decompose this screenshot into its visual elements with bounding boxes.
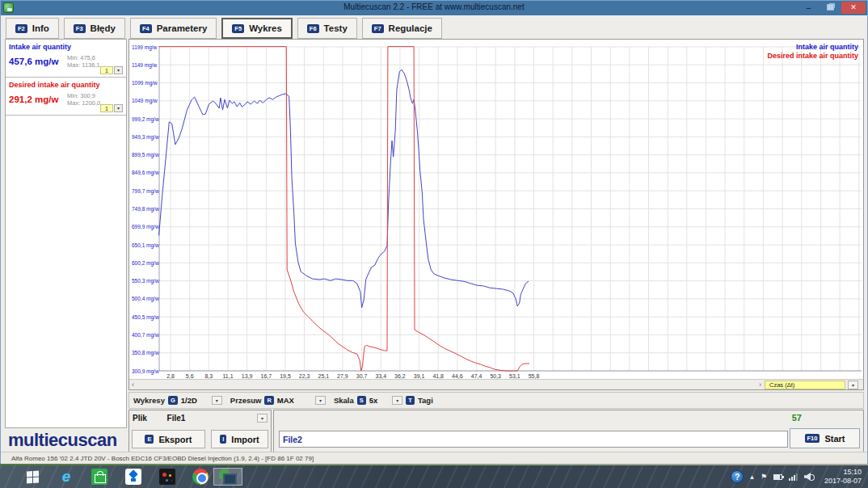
flag-icon[interactable]: ⚑ [761, 473, 767, 481]
taskbar-windows-store[interactable] [85, 468, 114, 486]
taskbar-internet-explorer[interactable]: e [52, 468, 81, 486]
taskbar-chrome[interactable] [186, 468, 215, 486]
taskbar-clock[interactable]: 15:10 2017-08-07 [824, 468, 862, 486]
parameter-panel-desired-intake-air-quantity[interactable]: Desired intake air quantity291,2 mg/wMin… [6, 78, 126, 116]
internet-explorer-icon: e [62, 469, 71, 484]
key-badge-g: G [168, 396, 178, 405]
tab-regulacje[interactable]: F7Regulacje [362, 18, 442, 39]
scroll-right-icon[interactable]: › [759, 380, 761, 389]
file1-selector[interactable]: File1 [167, 414, 186, 423]
multiecuscan-icon [219, 469, 237, 485]
x-axis-label: 11,1 [222, 373, 233, 379]
wykresy-value[interactable]: 1/2D [181, 396, 197, 405]
help-icon[interactable]: ? [731, 470, 744, 483]
x-axis-label: 5,6 [186, 373, 194, 379]
plik-label: Plik [133, 414, 147, 423]
taskbar-dropbox[interactable] [119, 468, 148, 486]
tab-parametery[interactable]: F4Parametery [130, 18, 217, 39]
key-badge-f6: F6 [307, 24, 319, 33]
battery-icon[interactable] [773, 474, 782, 480]
taskbar-photos-app[interactable] [153, 468, 182, 486]
parameter-panel-intake-air-quantity[interactable]: Intake air quantity457,6 mg/wMin: 475,6M… [6, 40, 126, 78]
y-axis-label: 300,9 mg/w [132, 368, 159, 375]
key-badge-f3: F3 [74, 24, 86, 33]
chevron-down-icon[interactable]: ▾ [257, 414, 268, 423]
taskbar-multiecuscan-active[interactable] [213, 468, 242, 486]
parameter-value: 291,2 mg/w [9, 95, 58, 104]
clock-time: 15:10 [824, 468, 862, 477]
x-axis-label: 47,4 [471, 373, 482, 379]
taskbar: e ? ▴ ⚑ 15:10 2017-08-07 [0, 465, 868, 488]
parameter-min-max: Min: 300,9Max: 1200,0 [67, 92, 100, 107]
app-logo: multiecuscan [8, 430, 117, 451]
chevron-down-icon[interactable]: ▾ [392, 396, 402, 405]
chevron-down-icon[interactable]: ▾ [212, 396, 222, 405]
title-bar: Multiecuscan 2.2 - FREE at www.multiecus… [1, 1, 867, 15]
tab-label: Testy [324, 23, 348, 33]
tray-chevron-icon[interactable]: ▴ [750, 473, 754, 481]
eksport-button[interactable]: E Eksport [132, 430, 205, 448]
restore-button[interactable] [820, 2, 841, 14]
import-button[interactable]: I Import [211, 430, 268, 448]
tab-b-dy[interactable]: F3Błędy [64, 18, 125, 39]
x-axis-label: 33,4 [375, 373, 386, 379]
dropbox-icon [125, 469, 141, 485]
y-axis-label: 1199 mg/w [132, 44, 158, 51]
chevron-down-icon[interactable]: ▾ [114, 104, 123, 112]
volume-icon[interactable] [804, 473, 815, 481]
chart-scrollbar[interactable]: ‹ › Czas (Δt) ▾ [129, 379, 863, 389]
przesuw-value[interactable]: MAX [277, 396, 294, 405]
przesuw-label: Przesuw [230, 396, 262, 405]
tab-label: Info [32, 23, 49, 33]
legend-item-intake-air-quantity: Intake air quantity [767, 43, 858, 52]
chevron-down-icon[interactable]: ▾ [114, 66, 123, 74]
taskbar-start-button[interactable] [18, 468, 47, 486]
x-axis-label: 22,3 [299, 373, 310, 379]
parameter-max: Max: 1136,1 [67, 61, 100, 69]
chart-legend: Intake air quantityDesired intake air qu… [767, 43, 858, 61]
tab-info[interactable]: F2Info [6, 18, 59, 39]
file1-panel: Plik File1 ▾ E Eksport I Import [129, 410, 272, 452]
chevron-down-icon[interactable]: ▾ [848, 381, 858, 389]
y-axis-label: 600,2 mg/w [132, 260, 159, 267]
chart-controls: Wykresy G 1/2D ▾ Przesuw R MAX ▾ Skala S… [129, 392, 864, 409]
chart-plot[interactable]: 1199 mg/w1149 mg/w1099 mg/w1049 mg/w999,… [129, 40, 863, 379]
legend-item-desired-intake-air-quantity: Desired intake air quantity [767, 52, 858, 61]
status-bar: Alfa Romeo 156 '02 2.4 JTD 20V - Bosch E… [1, 452, 867, 465]
tab-wykres[interactable]: F5Wykres [221, 18, 292, 39]
channel-value[interactable]: 1 [100, 66, 113, 74]
chevron-down-icon[interactable]: ▾ [315, 396, 326, 405]
y-axis-label: 799,7 mg/w [132, 188, 159, 195]
network-icon[interactable] [789, 473, 798, 481]
start-button[interactable]: F10 Start [790, 428, 860, 448]
clock-date: 2017-08-07 [824, 477, 862, 486]
skala-value[interactable]: 5x [369, 396, 378, 405]
scroll-left-icon[interactable]: ‹ [132, 380, 134, 389]
key-badge-s: S [357, 396, 366, 405]
photos-app-icon [159, 469, 175, 485]
sample-counter: 57 [792, 413, 802, 423]
y-axis-label: 949,3 mg/w [132, 134, 159, 141]
y-axis-label: 699,9 mg/w [132, 224, 159, 230]
minimize-button[interactable]: – [798, 2, 820, 14]
key-badge-f10: F10 [805, 434, 820, 443]
key-badge-f7: F7 [372, 24, 384, 33]
import-label: Import [231, 435, 259, 444]
windows-store-icon [91, 469, 107, 485]
y-axis-label: 899,5 mg/w [132, 152, 159, 158]
windows-logo-icon [27, 470, 39, 483]
y-axis-label: 749,8 mg/w [132, 206, 159, 212]
x-axis-label: 19,5 [280, 373, 291, 379]
x-axis-label: 50,3 [490, 373, 501, 379]
tagi-label[interactable]: Tagi [418, 396, 433, 405]
file2-panel: 57 F10 Start [273, 410, 864, 452]
x-axis-variable-selector[interactable]: Czas (Δt) [765, 381, 845, 389]
channel-value[interactable]: 1 [100, 104, 113, 112]
y-axis-label: 1049 mg/w [132, 98, 158, 104]
tab-testy[interactable]: F6Testy [297, 18, 357, 39]
x-axis-label: 27,9 [337, 373, 348, 379]
x-axis-label: 41,8 [432, 373, 444, 379]
file2-input[interactable] [279, 431, 788, 448]
app-window: Multiecuscan 2.2 - FREE at www.multiecus… [0, 0, 868, 465]
close-button[interactable]: ✕ [841, 2, 866, 14]
